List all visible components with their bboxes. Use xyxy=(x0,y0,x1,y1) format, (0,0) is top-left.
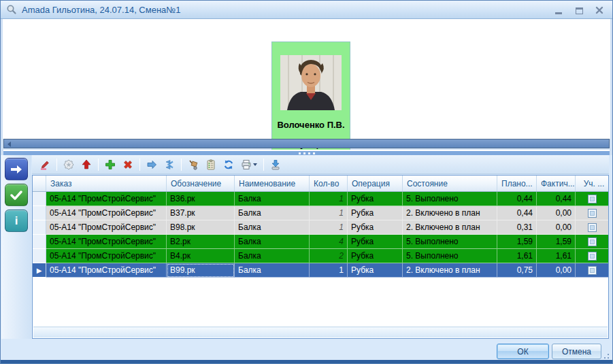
info-button[interactable]: i xyxy=(5,210,28,232)
refresh-button[interactable] xyxy=(220,156,237,173)
column-header-7[interactable]: Фактич... xyxy=(537,176,576,191)
column-header-3[interactable]: Кол-во xyxy=(310,176,348,191)
grid-header: ЗаказОбозначениеНаименованиеКол-воОперац… xyxy=(33,176,608,192)
cell-name[interactable]: Балка xyxy=(235,249,310,263)
column-header-0[interactable]: Заказ xyxy=(46,176,167,191)
cell-status[interactable]: 5. Выполнено xyxy=(403,235,497,249)
cell-code[interactable]: В4.рк xyxy=(167,249,235,263)
send-forward-button[interactable] xyxy=(143,156,161,173)
column-header-4[interactable]: Операция xyxy=(348,176,403,191)
cell-fact[interactable]: 0,44 xyxy=(537,192,576,206)
column-header-5[interactable]: Состояние xyxy=(403,176,497,191)
cell-qty[interactable]: 1 xyxy=(310,263,348,278)
ok-button[interactable]: ОК xyxy=(497,344,549,359)
row-checkbox[interactable] xyxy=(588,237,597,246)
forward-button[interactable] xyxy=(5,158,28,180)
minimize-button[interactable] xyxy=(554,6,563,14)
toolbar xyxy=(32,155,609,174)
cell-fact[interactable]: 0,00 xyxy=(537,263,576,278)
row-checkbox[interactable] xyxy=(588,266,597,275)
column-header-8[interactable]: Уч. ... xyxy=(576,176,608,191)
cell-name[interactable]: Балка xyxy=(235,220,310,235)
cell-qty[interactable]: 1 xyxy=(310,220,348,235)
close-button[interactable] xyxy=(595,6,604,14)
row-checkbox[interactable] xyxy=(588,252,597,261)
cell-operation[interactable]: Рубка xyxy=(348,249,403,263)
employee-card[interactable]: Волоченко П.В. Рубщик металла... xyxy=(271,42,350,153)
cell-operation[interactable]: Рубка xyxy=(348,192,403,206)
cell-fact[interactable]: 1,59 xyxy=(537,235,576,249)
cell-code[interactable]: В36.рк xyxy=(167,192,235,206)
cell-status[interactable]: 5. Выполнено xyxy=(403,249,497,263)
cell-status[interactable]: 2. Включено в план xyxy=(403,263,497,278)
splitter-handle[interactable] xyxy=(3,150,610,155)
table-row[interactable]: 05-А14 "ПромСтройСервис"В98.ркБалка1Рубк… xyxy=(33,220,608,235)
table-row[interactable]: 05-А14 "ПромСтройСервис"В2.ркБалка4Рубка… xyxy=(33,235,608,249)
cell-code[interactable]: В98.рк xyxy=(167,220,235,235)
employee-panel: Волоченко П.В. Рубщик металла... xyxy=(3,19,610,139)
employee-photo xyxy=(280,55,342,110)
share-split-button[interactable] xyxy=(161,156,178,173)
cell-order[interactable]: 05-А14 "ПромСтройСервис" xyxy=(46,249,167,263)
cell-code[interactable]: В99.рк xyxy=(167,263,235,278)
cell-order[interactable]: 05-А14 "ПромСтройСервис" xyxy=(46,220,167,235)
cell-qty[interactable]: 1 xyxy=(310,192,348,206)
cell-plan[interactable]: 1,61 xyxy=(497,249,537,263)
arrow-up-icon xyxy=(81,159,92,170)
cell-qty[interactable]: 1 xyxy=(310,206,348,220)
resize-grip[interactable] xyxy=(601,350,609,359)
cell-status[interactable]: 2. Включено в план xyxy=(403,220,497,235)
cell-operation[interactable]: Рубка xyxy=(348,220,403,235)
print-dropdown-caret xyxy=(253,163,257,166)
cell-plan[interactable]: 0,31 xyxy=(497,220,537,235)
cell-order[interactable]: 05-А14 "ПромСтройСервис" xyxy=(46,206,167,220)
row-checkbox[interactable] xyxy=(588,223,597,232)
cell-order[interactable]: 05-А14 "ПромСтройСервис" xyxy=(46,235,167,249)
cell-qty[interactable]: 2 xyxy=(310,249,348,263)
column-header-6[interactable]: Плано... xyxy=(497,176,537,191)
cell-name[interactable]: Балка xyxy=(235,263,310,278)
cell-order[interactable]: 05-А14 "ПромСтройСервис" xyxy=(46,192,167,206)
cell-code[interactable]: В37.рк xyxy=(167,206,235,220)
table-row[interactable]: 05-А14 "ПромСтройСервис"В4.ркБалка2Рубка… xyxy=(33,249,608,263)
cell-fact[interactable]: 1,61 xyxy=(537,249,576,263)
cell-name[interactable]: Балка xyxy=(235,235,310,249)
cell-plan[interactable]: 1,59 xyxy=(497,235,537,249)
cell-name[interactable]: Балка xyxy=(235,206,310,220)
row-checkbox[interactable] xyxy=(588,195,597,203)
cell-plan[interactable]: 0,44 xyxy=(497,206,537,220)
table-row[interactable]: 05-А14 "ПромСтройСервис"В37.ркБалка1Рубк… xyxy=(33,206,608,220)
table-row[interactable]: 05-А14 "ПромСтройСервис"В36.ркБалка1Рубк… xyxy=(33,192,608,206)
cell-operation[interactable]: Рубка xyxy=(348,235,403,249)
confirm-button[interactable] xyxy=(5,184,28,206)
delete-button[interactable] xyxy=(119,156,137,173)
export-button[interactable] xyxy=(267,156,284,173)
cell-plan[interactable]: 0,75 xyxy=(497,263,537,278)
column-header-2[interactable]: Наименование xyxy=(235,176,310,191)
cell-operation[interactable]: Рубка xyxy=(348,263,403,278)
cell-operation[interactable]: Рубка xyxy=(348,206,403,220)
properties-badge-button[interactable] xyxy=(60,156,78,173)
print-button[interactable] xyxy=(237,156,261,173)
hand-truck-button[interactable] xyxy=(184,156,202,173)
cell-fact[interactable]: 0,00 xyxy=(537,206,576,220)
cancel-button[interactable]: Отмена xyxy=(552,344,601,359)
cell-status[interactable]: 2. Включено в план xyxy=(403,206,497,220)
check-icon xyxy=(10,191,22,200)
maximize-button[interactable] xyxy=(574,6,584,14)
row-checkbox[interactable] xyxy=(588,209,597,218)
table-row[interactable]: ▶05-А14 "ПромСтройСервис"В99.ркБалка1Руб… xyxy=(33,263,608,278)
horizontal-scrollbar[interactable] xyxy=(3,139,610,148)
cell-name[interactable]: Балка xyxy=(235,192,310,206)
edit-pencil-button[interactable] xyxy=(36,156,54,173)
move-up-button[interactable] xyxy=(78,156,95,173)
cell-status[interactable]: 5. Выполнено xyxy=(403,192,497,206)
cell-code[interactable]: В2.рк xyxy=(167,235,235,249)
column-header-1[interactable]: Обозначение xyxy=(167,176,235,191)
report-clipboard-button[interactable] xyxy=(202,156,220,173)
cell-plan[interactable]: 0,44 xyxy=(497,192,537,206)
add-button[interactable] xyxy=(101,156,119,173)
cell-order[interactable]: 05-А14 "ПромСтройСервис" xyxy=(46,263,167,278)
cell-qty[interactable]: 4 xyxy=(310,235,348,249)
cell-fact[interactable]: 0,00 xyxy=(537,220,576,235)
